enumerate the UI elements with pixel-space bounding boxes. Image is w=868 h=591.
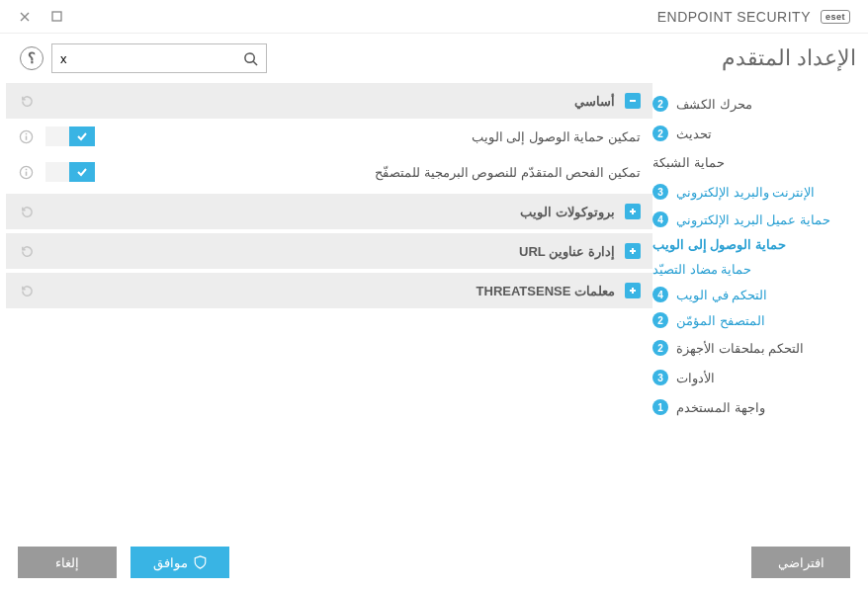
toggle-off [45,162,69,182]
sidebar-item-device-control[interactable]: التحكم بملحقات الأجهزة 2 [652,333,854,363]
sidebar-item-network[interactable]: حماية الشبكة [652,148,854,177]
collapse-icon [625,93,641,109]
count-badge: 4 [652,287,668,302]
maximize-button[interactable] [49,10,63,24]
section-title: بروتوكولات الويب [45,205,615,219]
sidebar-item-label: محرك الكشف [676,97,752,112]
search-icon [243,51,258,66]
sidebar-item-ui[interactable]: واجهة المستخدم 1 [652,392,854,422]
svg-rect-0 [52,12,61,21]
sidebar-item-label: واجهة المستخدم [676,400,765,415]
ok-button[interactable]: موافق [130,547,229,578]
sidebar-sub-web-control[interactable]: التحكم في الويب 4 [652,282,838,307]
section-head-threatsense[interactable]: معلمات THREATSENSE [6,273,652,308]
sidebar: محرك الكشف 2 تحديث 2 حماية الشبكة الإنتر… [652,83,868,532]
section-url-mgmt: إدارة عناوين URL [6,233,652,269]
sidebar-item-label: حماية مضاد التصيّد [652,262,751,277]
toggle-on-icon [69,162,95,182]
search-area: ؟ [20,43,267,73]
expand-icon [625,204,641,219]
section-threatsense: معلمات THREATSENSE [6,273,652,308]
info-icon[interactable] [18,128,34,144]
section-head-web-protocols[interactable]: بروتوكولات الويب [6,194,652,229]
sidebar-item-label: تحديث [676,127,712,141]
svg-rect-7 [25,168,27,170]
content: محرك الكشف 2 تحديث 2 حماية الشبكة الإنتر… [0,83,868,532]
page-title: الإعداد المتقدم [722,45,856,71]
count-badge: 1 [652,399,668,415]
reset-icon[interactable] [18,205,36,219]
info-icon[interactable] [18,164,34,180]
main-panel: أساسي تمكين حماية الوصول إلى الويب تمكين… [0,83,652,532]
sidebar-item-label: حماية عميل البريد الإلكتروني [676,212,830,227]
sidebar-item-label: المتصفح المؤمّن [676,313,765,328]
count-badge: 2 [652,340,668,356]
cancel-button[interactable]: إلغاء [18,547,117,578]
sidebar-sub-secure-browser[interactable]: المتصفح المؤمّن 2 [652,307,838,333]
section-title: أساسي [45,94,615,109]
count-badge: 4 [652,211,668,227]
sidebar-item-label: الأدوات [676,371,715,385]
section-basic: أساسي تمكين حماية الوصول إلى الويب تمكين… [6,83,652,190]
search-input[interactable] [60,44,243,72]
eset-badge: eset [821,10,850,24]
toggle-web-access[interactable] [45,127,95,146]
section-head-url-mgmt[interactable]: إدارة عناوين URL [6,233,652,269]
header: الإعداد المتقدم ؟ [0,34,868,83]
window-controls [18,10,63,24]
section-head-basic[interactable]: أساسي [6,83,652,119]
ok-label: موافق [153,555,188,570]
sidebar-sub-antiphishing[interactable]: حماية مضاد التصيّد [652,257,838,282]
toggle-on-icon [69,127,95,146]
expand-icon [625,283,641,298]
help-button[interactable]: ؟ [20,46,43,70]
svg-rect-4 [25,132,27,134]
row-enable-script-scan: تمكين الفحص المتقدّم للنصوص البرمجية للم… [6,154,652,190]
sidebar-item-label: التحكم بملحقات الأجهزة [676,341,804,356]
section-title: إدارة عناوين URL [45,244,615,259]
row-label: تمكين الفحص المتقدّم للنصوص البرمجية للم… [107,165,641,180]
shield-icon [194,555,207,569]
svg-rect-3 [25,135,27,139]
count-badge: 2 [652,126,668,141]
default-button[interactable]: افتراضي [751,547,850,578]
sidebar-item-label: التحكم في الويب [676,288,767,302]
product-name: ENDPOINT SECURITY [657,9,811,25]
sidebar-item-detection-engine[interactable]: محرك الكشف 2 [652,89,854,119]
footer-actions: موافق إلغاء [18,547,229,578]
count-badge: 2 [652,96,668,112]
sidebar-sub-web-access[interactable]: حماية الوصول إلى الويب [652,232,838,257]
footer: افتراضي موافق إلغاء [0,534,868,591]
toggle-script-scan[interactable] [45,162,95,182]
count-badge: 3 [652,184,668,200]
search-box[interactable] [51,43,267,73]
row-enable-web-access: تمكين حماية الوصول إلى الويب [6,119,652,154]
sidebar-item-tools[interactable]: الأدوات 3 [652,363,854,392]
sidebar-item-update[interactable]: تحديث 2 [652,119,854,148]
reset-icon[interactable] [18,284,36,298]
section-title: معلمات THREATSENSE [45,284,615,298]
section-web-protocols: بروتوكولات الويب [6,194,652,229]
titlebar: eset ENDPOINT SECURITY [0,0,868,34]
svg-rect-6 [25,171,27,175]
sidebar-item-label: الإنترنت والبريد الإلكتروني [676,185,815,200]
sidebar-sub-email-client[interactable]: حماية عميل البريد الإلكتروني 4 [652,207,838,232]
reset-icon[interactable] [18,94,36,109]
reset-icon[interactable] [18,244,36,259]
count-badge: 2 [652,312,668,328]
count-badge: 3 [652,370,668,385]
sidebar-item-label: حماية الشبكة [652,155,725,170]
sidebar-item-internet-email[interactable]: الإنترنت والبريد الإلكتروني 3 [652,177,854,207]
svg-point-1 [245,52,254,61]
row-label: تمكين حماية الوصول إلى الويب [107,129,641,144]
close-button[interactable] [18,10,32,24]
toggle-off [45,127,69,146]
brand: eset ENDPOINT SECURITY [657,9,850,25]
expand-icon [625,243,641,259]
sidebar-sub: حماية عميل البريد الإلكتروني 4 حماية الو… [652,207,854,333]
sidebar-item-label: حماية الوصول إلى الويب [652,237,786,252]
